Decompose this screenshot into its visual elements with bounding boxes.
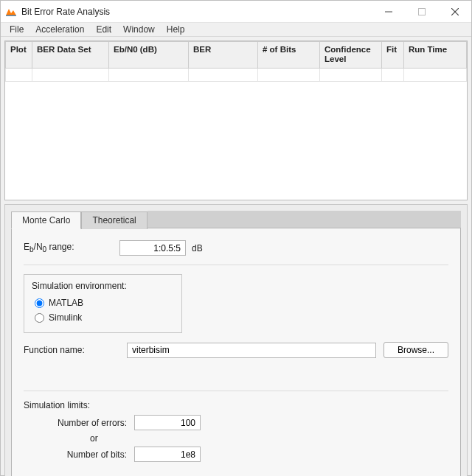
menubar: File Acceleration Edit Window Help <box>1 23 471 37</box>
table-empty-area <box>5 82 467 200</box>
menu-edit[interactable]: Edit <box>90 23 117 36</box>
app-window: Bit Error Rate Analysis File Acceleratio… <box>0 0 472 476</box>
maximize-button[interactable] <box>405 1 438 23</box>
col-runtime[interactable]: Run Time <box>404 42 467 69</box>
col-bits[interactable]: # of Bits <box>258 42 320 69</box>
menu-window[interactable]: Window <box>117 23 161 36</box>
num-errors-input[interactable] <box>134 415 201 430</box>
menu-help[interactable]: Help <box>161 23 191 36</box>
function-name-input[interactable] <box>127 343 376 358</box>
col-dataset[interactable]: BER Data Set <box>32 42 109 69</box>
function-name-label: Function name: <box>24 345 119 355</box>
sim-limits-group: Simulation limits: Number of errors: or … <box>24 400 448 465</box>
radio-matlab-input[interactable] <box>35 298 44 308</box>
num-bits-label: Number of bits: <box>24 449 134 460</box>
col-plot[interactable]: Plot <box>6 42 32 69</box>
ebno-range-row: Eb/N0 range: dB <box>24 240 448 256</box>
titlebar: Bit Error Rate Analysis <box>1 1 471 23</box>
sim-env-group: Simulation environment: MATLAB Simulink <box>24 274 182 333</box>
tab-strip-filler <box>148 211 461 228</box>
radio-simulink[interactable]: Simulink <box>32 310 174 325</box>
divider <box>24 391 448 391</box>
tab-strip: Monte Carlo Theoretical <box>11 211 461 228</box>
menu-acceleration[interactable]: Acceleration <box>30 23 90 36</box>
app-icon <box>5 6 17 18</box>
num-errors-label: Number of errors: <box>24 418 134 428</box>
col-fit[interactable]: Fit <box>382 42 404 69</box>
tab-panel: Monte Carlo Theoretical Eb/N0 range: dB … <box>4 204 468 476</box>
results-table: Plot BER Data Set Eb/N0 (dB) BER # of Bi… <box>4 41 468 200</box>
ebno-range-input[interactable] <box>119 240 186 256</box>
sim-env-legend: Simulation environment: <box>32 281 174 291</box>
or-label: or <box>24 433 448 444</box>
function-name-row: Function name: Browse... <box>24 342 448 358</box>
divider <box>24 265 448 265</box>
menu-file[interactable]: File <box>4 23 30 36</box>
table-row[interactable] <box>6 69 467 82</box>
sim-limits-legend: Simulation limits: <box>24 400 448 410</box>
tab-theoretical[interactable]: Theoretical <box>81 211 147 229</box>
close-button[interactable] <box>438 1 471 23</box>
col-conf[interactable]: Confidence Level <box>320 42 382 69</box>
tab-content-monte-carlo: Eb/N0 range: dB Simulation environment: … <box>11 228 461 476</box>
col-ebno[interactable]: Eb/N0 (dB) <box>109 42 189 69</box>
ebno-range-label: Eb/N0 range: <box>24 242 119 253</box>
svg-rect-1 <box>6 15 16 15</box>
browse-button[interactable]: Browse... <box>384 342 448 358</box>
col-ber[interactable]: BER <box>189 42 258 69</box>
radio-simulink-input[interactable] <box>35 313 44 323</box>
svg-rect-3 <box>418 8 425 15</box>
content-area: Plot BER Data Set Eb/N0 (dB) BER # of Bi… <box>1 37 471 476</box>
tab-monte-carlo[interactable]: Monte Carlo <box>11 211 81 229</box>
radio-matlab[interactable]: MATLAB <box>32 295 174 310</box>
window-title: Bit Error Rate Analysis <box>21 7 372 17</box>
minimize-button[interactable] <box>372 1 405 23</box>
ebno-unit-label: dB <box>192 243 203 253</box>
num-bits-input[interactable] <box>134 447 201 462</box>
